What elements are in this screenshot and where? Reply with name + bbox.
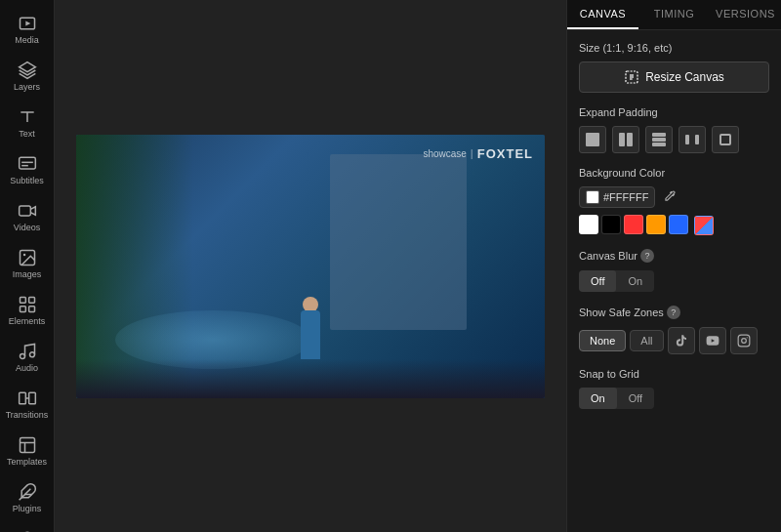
sidebar-item-transitions[interactable]: Transitions — [3, 383, 52, 426]
swatch-red[interactable] — [624, 215, 643, 234]
svg-point-16 — [29, 352, 34, 357]
main-canvas-area: showcase | FOXTEL — [55, 0, 566, 532]
instagram-icon — [737, 334, 751, 348]
padding-icon-1 — [585, 132, 600, 147]
canvas-preview[interactable]: showcase | FOXTEL — [76, 135, 545, 398]
sidebar-item-subtitles[interactable]: Subtitles — [3, 148, 52, 191]
sidebar-item-record[interactable]: Record — [3, 523, 52, 532]
sidebar-item-plugins[interactable]: Plugins — [3, 476, 52, 519]
sidebar-item-text-label: Text — [19, 129, 35, 139]
sidebar-item-media[interactable]: Media — [3, 8, 52, 51]
safe-zone-youtube-btn[interactable] — [699, 327, 726, 354]
svg-rect-32 — [619, 133, 625, 146]
svg-rect-34 — [652, 133, 666, 137]
canvas-blur-on-btn[interactable]: On — [616, 270, 654, 292]
svg-rect-17 — [19, 392, 25, 404]
right-panel: CANVAS TIMING VERSIONS Size (1:1, 9:16, … — [566, 0, 781, 532]
svg-rect-8 — [19, 206, 30, 216]
safe-zones-section: Show Safe Zones ? None All — [579, 306, 769, 354]
eyedropper-icon — [663, 189, 677, 203]
sidebar-item-subtitles-label: Subtitles — [10, 176, 44, 185]
svg-rect-11 — [20, 298, 25, 304]
safe-zone-instagram-btn[interactable] — [730, 327, 758, 354]
resize-canvas-button[interactable]: Resize Canvas — [579, 61, 769, 93]
svg-point-10 — [22, 254, 24, 257]
padding-option-3[interactable] — [645, 126, 673, 153]
size-section: Size (1:1, 9:16, etc) Resize Canvas — [579, 42, 769, 93]
canvas-blur-toggle: Off On — [579, 270, 654, 292]
bg-color-swatch — [586, 190, 599, 204]
logo-divider: | — [471, 147, 473, 159]
snap-grid-toggle: On Off — [579, 388, 654, 409]
color-swatches — [579, 215, 688, 234]
swatch-blue[interactable] — [669, 215, 688, 234]
resize-icon — [624, 69, 639, 85]
sidebar-item-videos-label: Videos — [14, 223, 40, 232]
svg-rect-13 — [28, 307, 34, 312]
showcase-text: showcase — [423, 148, 466, 159]
sidebar-item-elements[interactable]: Elements — [3, 289, 52, 332]
sidebar: Media Layers Text Subtitles Videos — [0, 0, 55, 532]
color-input-box[interactable]: #FFFFFF — [579, 186, 655, 208]
person-figure — [296, 281, 325, 359]
padding-option-5[interactable] — [712, 126, 739, 153]
canvas-blur-help-icon[interactable]: ? — [640, 249, 654, 263]
sidebar-item-layers[interactable]: Layers — [3, 55, 52, 98]
swatch-black[interactable] — [601, 215, 621, 234]
safe-zones-label: Show Safe Zones — [579, 307, 664, 318]
tab-versions[interactable]: VERSIONS — [710, 0, 781, 29]
ground-decoration — [76, 359, 545, 398]
eyedropper-button[interactable] — [661, 189, 678, 206]
snap-grid-on-btn[interactable]: On — [579, 388, 617, 409]
canvas-overlay-logo: showcase | FOXTEL — [423, 146, 533, 161]
canvas-blur-label: Canvas Blur — [579, 250, 637, 262]
svg-rect-35 — [652, 138, 666, 142]
bg-color-hex: #FFFFFF — [603, 191, 648, 203]
swatch-white[interactable] — [579, 215, 598, 234]
tab-timing[interactable]: TIMING — [638, 0, 710, 29]
padding-icon-5 — [718, 132, 733, 147]
svg-rect-5 — [19, 157, 35, 169]
sidebar-item-templates[interactable]: Templates — [3, 430, 52, 472]
snap-grid-off-btn[interactable]: Off — [617, 388, 654, 409]
sidebar-item-transitions-label: Transitions — [6, 410, 49, 420]
bg-color-row: #FFFFFF — [579, 186, 769, 235]
size-label: Size (1:1, 9:16, etc) — [579, 42, 769, 54]
tab-canvas[interactable]: CANVAS — [567, 0, 638, 29]
snap-grid-label: Snap to Grid — [579, 368, 769, 380]
snap-grid-section: Snap to Grid On Off — [579, 368, 769, 409]
safe-zones-header: Show Safe Zones ? — [579, 306, 769, 319]
padding-option-1[interactable] — [579, 126, 606, 153]
sidebar-item-layers-label: Layers — [14, 82, 40, 92]
sidebar-item-videos[interactable]: Videos — [3, 195, 52, 238]
svg-rect-31 — [586, 133, 599, 146]
youtube-icon — [706, 334, 719, 348]
expand-label: Expand Padding — [579, 106, 769, 118]
safe-zone-none-btn[interactable]: None — [579, 330, 626, 351]
padding-options — [579, 126, 769, 153]
svg-rect-33 — [627, 133, 633, 146]
safe-zone-tiktok-btn[interactable] — [668, 327, 695, 354]
sidebar-item-audio[interactable]: Audio — [3, 336, 52, 379]
expand-padding-section: Expand Padding — [579, 106, 769, 153]
svg-rect-40 — [738, 335, 750, 347]
safe-zones-help-icon[interactable]: ? — [667, 306, 680, 319]
bg-color-section: Background Color #FFFFFF — [579, 167, 769, 235]
padding-option-2[interactable] — [612, 126, 639, 153]
svg-marker-2 — [19, 62, 35, 72]
swatch-orange[interactable] — [646, 215, 666, 234]
svg-point-42 — [746, 337, 747, 338]
swatch-multi[interactable] — [694, 216, 714, 235]
sidebar-item-images[interactable]: Images — [3, 242, 52, 285]
safe-zones-options: None All — [579, 327, 769, 354]
sidebar-item-text[interactable]: Text — [3, 102, 52, 144]
safe-zone-all-btn[interactable]: All — [630, 330, 663, 351]
canvas-blur-off-btn[interactable]: Off — [579, 270, 616, 292]
svg-rect-12 — [28, 298, 34, 304]
panel-tabs: CANVAS TIMING VERSIONS — [567, 0, 781, 30]
padding-icon-3 — [651, 132, 667, 147]
padding-option-4[interactable] — [678, 126, 706, 153]
svg-rect-20 — [20, 438, 34, 453]
canvas-blur-section: Canvas Blur ? Off On — [579, 249, 769, 292]
svg-rect-36 — [652, 143, 666, 146]
